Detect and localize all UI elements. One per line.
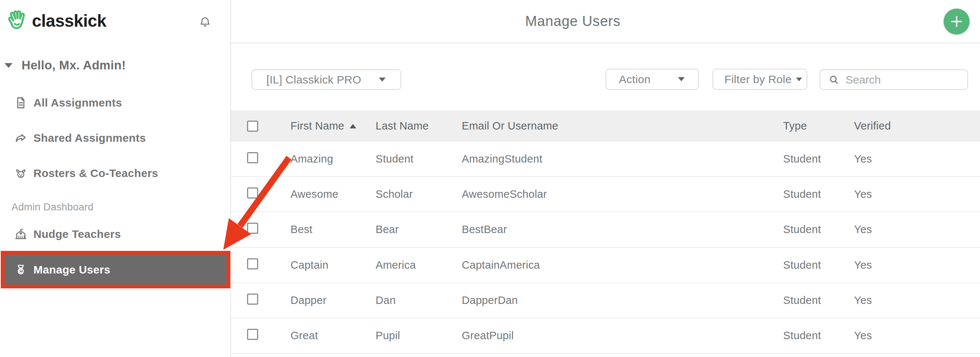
cell-last-name: Student	[375, 153, 462, 165]
select-all-checkbox[interactable]	[247, 121, 258, 132]
cell-email-or-username: CaptainAmerica	[462, 259, 783, 271]
cell-last-name: Pupil	[375, 330, 462, 342]
chevron-down-icon	[379, 78, 386, 82]
table-row[interactable]: Best Bear BestBear Student Yes	[231, 212, 980, 248]
cell-type: Student	[783, 294, 854, 306]
cell-type: Student	[783, 224, 854, 236]
school-dropdown-value: [IL] Classkick PRO	[266, 73, 361, 86]
cell-first-name: Captain	[291, 259, 375, 271]
search-box[interactable]	[819, 70, 968, 90]
row-checkbox[interactable]	[247, 223, 258, 234]
table-row[interactable]: Amazing Student AmazingStudent Student Y…	[231, 142, 980, 177]
table-body: Amazing Student AmazingStudent Student Y…	[231, 142, 980, 354]
row-checkbox[interactable]	[247, 329, 258, 340]
cell-last-name: Bear	[375, 224, 462, 236]
column-header-email[interactable]: Email Or Username	[462, 120, 783, 132]
column-header-type[interactable]: Type	[783, 120, 854, 132]
cell-verified: Yes	[854, 153, 980, 165]
sidebar-item-all-assignments[interactable]: All Assignments	[14, 95, 122, 111]
whistle-medal-icon	[14, 263, 27, 276]
cell-verified: Yes	[854, 259, 980, 271]
cell-first-name: Great	[291, 330, 375, 342]
classkick-logo[interactable]: classkick	[5, 8, 106, 33]
filter-by-role-dropdown[interactable]: Filter by Role	[713, 69, 807, 90]
greeting-text: Hello, Mx. Admin!	[22, 58, 126, 72]
cell-verified: Yes	[854, 224, 980, 236]
row-checkbox[interactable]	[247, 187, 258, 198]
cell-first-name: Awesome	[291, 188, 375, 200]
cell-email-or-username: DapperDan	[462, 294, 783, 306]
role-dropdown-value: Filter by Role	[724, 73, 792, 86]
search-input[interactable]	[845, 73, 961, 86]
cell-last-name: Scholar	[375, 188, 462, 200]
cell-email-or-username: BestBear	[462, 224, 783, 236]
search-icon	[829, 74, 840, 86]
chevron-down-icon	[5, 63, 13, 68]
school-dropdown[interactable]: [IL] Classkick PRO	[251, 70, 401, 90]
table-row[interactable]: Dapper Dan DapperDan Student Yes	[231, 283, 980, 318]
cell-last-name: Dan	[375, 294, 462, 306]
row-checkbox[interactable]	[247, 152, 258, 163]
document-icon	[14, 96, 27, 109]
sidebar-item-label: Manage Users	[33, 263, 110, 276]
notifications-bell-icon[interactable]	[199, 16, 212, 28]
plus-icon	[950, 15, 963, 28]
sidebar-item-shared-assignments[interactable]: Shared Assignments	[14, 130, 146, 146]
sidebar: classkick Hello, Mx. Admin! All Assignme…	[0, 0, 231, 357]
sidebar-item-label: Rosters & Co-Teachers	[33, 167, 158, 179]
cell-first-name: Dapper	[291, 294, 375, 306]
goat-face-icon	[14, 167, 27, 180]
action-dropdown-value: Action	[619, 73, 651, 86]
cell-type: Student	[783, 153, 854, 165]
table-header-row: First Name Last Name Email Or Username T…	[231, 110, 980, 142]
cell-first-name: Amazing	[291, 153, 375, 165]
share-arrow-icon	[14, 132, 27, 145]
page-header: Manage Users	[231, 0, 980, 43]
cell-last-name: America	[375, 259, 462, 271]
cell-type: Student	[783, 259, 854, 271]
sidebar-item-label: Shared Assignments	[33, 132, 146, 144]
cell-verified: Yes	[854, 330, 980, 342]
chevron-down-icon	[796, 78, 802, 81]
hand-logo-icon	[5, 8, 27, 33]
sidebar-item-rosters-co-teachers[interactable]: Rosters & Co-Teachers	[14, 165, 158, 181]
sort-ascending-icon	[350, 124, 356, 129]
schoolhouse-icon	[14, 227, 27, 241]
chevron-down-icon	[678, 77, 685, 81]
cell-type: Student	[783, 330, 854, 342]
action-dropdown[interactable]: Action	[606, 69, 699, 90]
page-title: Manage Users	[525, 13, 621, 29]
table-row[interactable]: Great Pupil GreatPupil Student Yes	[231, 318, 980, 354]
add-user-button[interactable]	[943, 8, 970, 35]
main-content: Manage Users [IL] Classkick PRO Action F…	[231, 0, 980, 357]
user-menu[interactable]: Hello, Mx. Admin!	[5, 58, 126, 73]
cell-verified: Yes	[854, 294, 980, 306]
sidebar-item-label: Nudge Teachers	[33, 228, 121, 241]
cell-first-name: Best	[291, 224, 375, 236]
cell-verified: Yes	[854, 188, 980, 200]
column-header-verified[interactable]: Verified	[854, 120, 980, 132]
admin-dashboard-section-label: Admin Dashboard	[11, 202, 94, 213]
brand-name: classkick	[32, 11, 106, 31]
row-checkbox[interactable]	[247, 294, 258, 305]
column-header-first-name[interactable]: First Name	[291, 120, 375, 132]
sidebar-item-nudge-teachers[interactable]: Nudge Teachers	[14, 226, 121, 242]
cell-email-or-username: GreatPupil	[462, 330, 783, 342]
table-row[interactable]: Awesome Scholar AwesomeScholar Student Y…	[231, 177, 980, 212]
cell-email-or-username: AwesomeScholar	[462, 188, 783, 200]
cell-type: Student	[783, 188, 854, 200]
sidebar-item-label: All Assignments	[33, 97, 122, 109]
cell-email-or-username: AmazingStudent	[462, 153, 783, 165]
row-checkbox[interactable]	[247, 258, 258, 270]
table-row[interactable]: Captain America CaptainAmerica Student Y…	[231, 248, 980, 283]
sidebar-item-manage-users[interactable]: Manage Users	[1, 251, 230, 288]
column-header-last-name[interactable]: Last Name	[375, 120, 462, 132]
